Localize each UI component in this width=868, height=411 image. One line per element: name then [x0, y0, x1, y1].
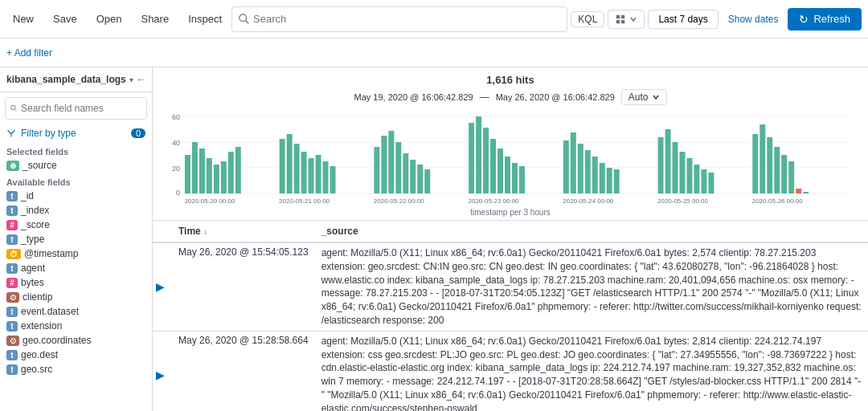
field-type-t-badge: t: [6, 234, 18, 245]
table-row: ▶ May 26, 2020 @ 15:54:05.123 agent: Moz…: [153, 242, 868, 331]
svg-rect-31: [330, 166, 336, 193]
svg-rect-52: [592, 157, 598, 193]
open-button[interactable]: Open: [90, 10, 129, 28]
field-name-geodest: geo.dest: [21, 349, 58, 360]
svg-rect-39: [424, 169, 430, 193]
available-fields-label: Available fields: [0, 173, 152, 189]
kql-button[interactable]: KQL: [571, 11, 604, 27]
inspect-button[interactable]: Inspect: [182, 10, 228, 28]
new-button[interactable]: New: [6, 10, 40, 28]
chevron-down-icon: ▾: [129, 75, 133, 84]
field-item-index[interactable]: t _index: [0, 203, 152, 218]
histogram[interactable]: 60 40 20 0: [166, 108, 855, 205]
expand-cell[interactable]: ▶: [153, 242, 172, 331]
svg-rect-18: [199, 149, 205, 193]
field-item-clientip[interactable]: ⊙ clientip: [0, 290, 152, 304]
field-item-geosrc[interactable]: t geo.src: [0, 362, 152, 376]
field-item-extension[interactable]: t extension: [0, 319, 152, 333]
svg-rect-67: [774, 147, 780, 193]
svg-rect-43: [490, 139, 496, 193]
filter-by-type-label: Filter by type: [21, 128, 76, 139]
share-button[interactable]: Share: [134, 10, 175, 28]
content-area: 1,616 hits May 19, 2020 @ 16:06:42.829 —…: [153, 67, 868, 411]
date-range-row: May 19, 2020 @ 16:06:42.829 — May 26, 20…: [166, 89, 855, 105]
chart-area: 1,616 hits May 19, 2020 @ 16:06:42.829 —…: [153, 67, 868, 221]
field-item-id[interactable]: t _id: [0, 189, 152, 203]
chevron-down-icon: [629, 15, 637, 23]
svg-rect-55: [614, 169, 620, 193]
time-cell: May 26, 2020 @ 15:28:58.664: [172, 331, 315, 411]
main-toolbar: New Save Open Share Inspect KQL Last 7 d…: [0, 0, 868, 39]
time-col-header[interactable]: Time ↓: [172, 221, 315, 242]
main-layout: kibana_sample_data_logs ▾ ← Filter by ty…: [0, 67, 868, 411]
field-item-type[interactable]: t _type: [0, 232, 152, 246]
add-filter-button[interactable]: + Add filter: [6, 47, 52, 59]
time-range-button[interactable]: Last 7 days: [648, 10, 718, 29]
svg-rect-71: [803, 192, 809, 193]
svg-rect-53: [600, 163, 605, 193]
svg-rect-49: [571, 132, 576, 193]
field-item-score[interactable]: # _score: [0, 218, 152, 232]
svg-rect-47: [519, 166, 525, 193]
filter-toolbar: + Add filter: [0, 39, 868, 67]
hits-count: 1,616 hits: [166, 74, 855, 86]
svg-rect-17: [192, 142, 198, 193]
svg-rect-36: [403, 153, 408, 193]
search-bar[interactable]: [231, 6, 567, 32]
svg-rect-22: [228, 152, 234, 193]
filter-by-type-row[interactable]: Filter by type 0: [0, 124, 152, 142]
svg-rect-32: [374, 147, 379, 193]
field-item-eventdataset[interactable]: t event.dataset: [0, 304, 152, 319]
expand-cell[interactable]: ▶: [153, 331, 172, 411]
refresh-icon: ↻: [799, 13, 809, 26]
show-dates-button[interactable]: Show dates: [722, 10, 785, 28]
svg-rect-65: [760, 124, 765, 193]
search-fields-input[interactable]: [21, 103, 141, 114]
field-name-bytes: bytes: [21, 277, 44, 288]
svg-rect-59: [680, 152, 686, 193]
field-item-source[interactable]: ⊕ _source: [0, 158, 152, 173]
save-button[interactable]: Save: [47, 10, 84, 28]
svg-text:2020-05-22 00:00: 2020-05-22 00:00: [374, 197, 425, 205]
field-item-bytes[interactable]: # bytes: [0, 275, 152, 290]
field-item-timestamp[interactable]: ⏱ @timestamp: [0, 246, 152, 261]
field-name-clientip: clientip: [23, 291, 52, 303]
svg-rect-70: [796, 189, 801, 193]
field-type-hash-badge: #: [6, 278, 18, 288]
search-fields-box[interactable]: [5, 97, 147, 120]
svg-rect-42: [483, 128, 489, 193]
svg-rect-19: [207, 158, 212, 193]
field-item-geocoordinates[interactable]: ⊙ geo.coordinates: [0, 333, 152, 348]
svg-text:20: 20: [172, 165, 180, 173]
svg-rect-41: [476, 116, 481, 193]
field-type-t-badge: t: [6, 263, 18, 274]
svg-text:2020-05-20 00:00: 2020-05-20 00:00: [184, 197, 235, 205]
sort-icon: ↓: [203, 227, 207, 236]
field-name-eventdataset: event.dataset: [21, 306, 79, 317]
search-icon: [239, 14, 250, 25]
index-selector[interactable]: kibana_sample_data_logs ▾ ←: [0, 67, 152, 92]
svg-rect-57: [665, 129, 671, 193]
svg-rect-51: [585, 150, 591, 193]
auto-select[interactable]: Auto: [621, 89, 667, 105]
search-icon: [10, 104, 18, 113]
filter-type-badge: 0: [131, 128, 145, 138]
field-type-geo-badge: ⊙: [6, 292, 19, 303]
svg-rect-46: [512, 163, 518, 193]
date-to: May 26, 2020 @ 16:06:42.829: [496, 92, 615, 102]
svg-rect-35: [395, 142, 401, 193]
field-type-source-badge: ⊕: [6, 161, 19, 171]
field-type-hash-badge: #: [6, 220, 18, 230]
field-item-geodest[interactable]: t geo.dest: [0, 348, 152, 362]
svg-rect-66: [767, 137, 772, 193]
search-input[interactable]: [253, 13, 560, 25]
back-icon[interactable]: ←: [137, 74, 146, 85]
svg-rect-54: [607, 168, 612, 193]
svg-rect-61: [694, 165, 699, 193]
field-item-agent[interactable]: t agent: [0, 261, 152, 275]
svg-rect-45: [505, 157, 510, 193]
data-view-selector[interactable]: [608, 10, 645, 29]
svg-text:2020-05-24 00:00: 2020-05-24 00:00: [563, 197, 614, 205]
filter-icon: [6, 128, 16, 138]
refresh-button[interactable]: ↻ Refresh: [788, 8, 862, 31]
